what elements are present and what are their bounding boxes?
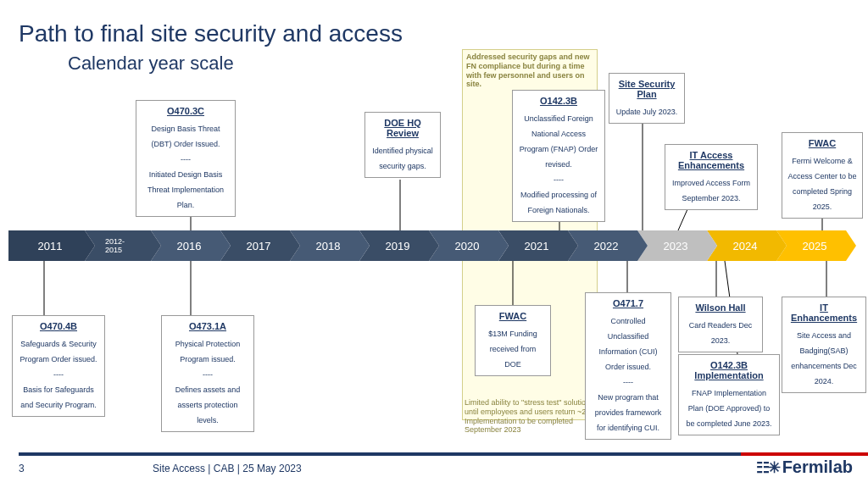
year-2023: 2023 <box>637 230 707 261</box>
box-title: IT Access Enhancements <box>670 150 752 170</box>
year-2019: 2019 <box>359 230 429 261</box>
slide: Addressed security gaps and new FN compl… <box>0 0 868 488</box>
year-2022: 2022 <box>568 230 637 261</box>
highlight-note-top: Addressed security gaps and new FN compl… <box>466 53 593 89</box>
year-2024: 2024 <box>707 230 776 261</box>
box-o4717: O471.7 Controlled Unclassified Informati… <box>585 292 671 440</box>
box-o4731a: O473.1A Physical Protection Program issu… <box>161 315 254 432</box>
box-body: Improved Access Form September 2023. <box>672 179 750 202</box>
page-subtitle: Calendar year scale <box>68 53 234 75</box>
logo-text: Fermilab <box>782 458 853 477</box>
box-body: Unclassified Foreign National Access Pro… <box>520 114 598 214</box>
box-body: Design Basis Threat (DBT) Order Issued. … <box>147 125 224 209</box>
box-o4703c: O470.3C Design Basis Threat (DBT) Order … <box>136 100 236 217</box>
box-body: Fermi Welcome & Access Center to be comp… <box>787 157 856 211</box>
footer-bar <box>19 452 868 456</box>
logo-icon: ☷✳ <box>756 458 779 477</box>
box-body: Controlled Unclassified Information (CUI… <box>595 317 662 432</box>
box-body: Safeguards & Security Program Order issu… <box>19 340 97 409</box>
box-body: $13M Funding received from DOE <box>488 330 537 369</box>
box-o1423b-impl: O142.3B Implementation FNAP Implementati… <box>678 354 780 435</box>
year-2025: 2025 <box>776 230 846 261</box>
timeline: 2011 2012-2015 2016 2017 2018 2019 2020 … <box>8 230 846 261</box>
box-doe-hq: DOE HQ Review Identified physical securi… <box>364 112 441 178</box>
year-2018: 2018 <box>290 230 359 261</box>
fermilab-logo: ☷✳ Fermilab <box>756 458 853 477</box>
year-2016: 2016 <box>151 230 220 261</box>
box-title: O142.3B <box>518 96 599 106</box>
box-title: O470.4B <box>18 321 99 331</box>
box-title: IT Enhancements <box>787 302 860 323</box>
year-2017: 2017 <box>220 230 290 261</box>
box-title: FWAC <box>481 311 545 321</box>
footer-text: Site Access | CAB | 25 May 2023 <box>153 463 302 474</box>
box-o4704b: O470.4B Safeguards & Security Program Or… <box>12 315 105 417</box>
box-it-access: IT Access Enhancements Improved Access F… <box>665 144 758 210</box>
box-title: FWAC <box>787 138 857 148</box>
highlight-note-bottom: Limited ability to "stress test" solutio… <box>465 398 604 435</box>
box-title: O142.3B Implementation <box>684 360 774 380</box>
year-2020: 2020 <box>429 230 498 261</box>
year-2011: 2011 <box>8 230 85 261</box>
page-title: Path to final site security and access <box>19 20 403 47</box>
box-body: FNAP Implementation Plan (DOE Approved) … <box>686 389 771 428</box>
box-title: Site Security Plan <box>615 79 679 99</box>
year-2021: 2021 <box>498 230 568 261</box>
box-body: Update July 2023. <box>616 108 678 116</box>
box-fwac-2025: FWAC Fermi Welcome & Access Center to be… <box>782 132 863 219</box>
box-body: Identified physical security gaps. <box>372 147 433 170</box>
box-body: Physical Protection Program issued. ----… <box>175 340 241 424</box>
box-it-enhancements: IT Enhancements Site Access and Badging(… <box>782 297 866 393</box>
box-fwac-funding: FWAC $13M Funding received from DOE <box>475 305 551 376</box>
box-title: DOE HQ Review <box>370 118 435 138</box>
box-title: O470.3C <box>142 106 230 116</box>
page-number: 3 <box>19 463 25 474</box>
box-body: Site Access and Badging(SAB) enhancement… <box>791 331 857 385</box>
box-site-security-plan: Site Security Plan Update July 2023. <box>609 73 685 124</box>
box-title: Wilson Hall <box>684 302 757 313</box>
box-o1423b: O142.3B Unclassified Foreign National Ac… <box>512 90 605 222</box>
box-wilson-hall: Wilson Hall Card Readers Dec 2023. <box>678 297 763 352</box>
box-title: O471.7 <box>591 298 665 308</box>
box-title: O473.1A <box>167 321 248 331</box>
box-body: Card Readers Dec 2023. <box>689 321 753 345</box>
